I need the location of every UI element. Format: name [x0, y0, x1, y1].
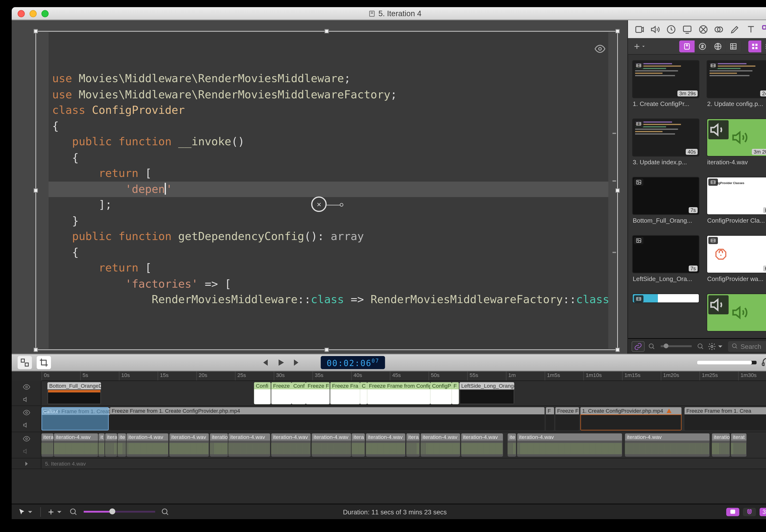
media-item[interactable]: 3m 20siteration-4.wav [707, 119, 766, 166]
ruler-mark[interactable]: 25s [235, 371, 246, 381]
media-item[interactable] [707, 294, 766, 331]
timeline-clip[interactable]: Freeze Fra [330, 382, 360, 404]
audio-clip[interactable]: iteration-4.wav [271, 433, 311, 457]
media-item[interactable] [633, 294, 699, 331]
resize-handle[interactable] [615, 29, 620, 34]
filter-current[interactable] [679, 40, 695, 52]
audio-clip[interactable]: ite [118, 433, 126, 457]
tab-screen[interactable] [679, 22, 695, 36]
timeline-clip[interactable]: Freeze F [306, 382, 330, 404]
snap-button[interactable] [743, 507, 756, 516]
visibility-icon[interactable] [22, 435, 30, 442]
visibility-icon[interactable] [22, 409, 30, 416]
ruler-mark[interactable]: 30s [274, 371, 285, 381]
ruler-mark[interactable]: 1m30s [738, 371, 757, 381]
media-library[interactable]: 3m 29s1. Create ConfigPr...24s2. Update … [628, 55, 766, 338]
audio-clip[interactable]: iterat [41, 433, 53, 457]
audio-clip[interactable]: iteratio [210, 433, 228, 457]
audio-clip[interactable]: iteration-4.wav [421, 433, 460, 457]
ruler[interactable]: 0s5s10s15s20s25s30s35s40s45s50s55s1m1m5s… [41, 371, 766, 381]
close-window-button[interactable] [18, 10, 25, 17]
settings-menu[interactable] [708, 342, 725, 350]
audio-clip[interactable]: itera [352, 433, 365, 457]
timeline-clip[interactable]: Freeze Frame from 1. Create ConfigProvid… [110, 407, 545, 431]
track-header[interactable] [12, 381, 41, 406]
filter-dollar[interactable] [695, 40, 710, 52]
timeline[interactable]: 0s5s10s15s20s25s30s35s40s45s50s55s1m1m5s… [12, 371, 766, 504]
audio-clip[interactable]: iterat [731, 433, 746, 457]
audio-clip[interactable]: itera [407, 433, 420, 457]
ruler-mark[interactable]: 55s [467, 371, 478, 381]
audio-clip[interactable]: iteration-4.wav [312, 433, 351, 457]
timeline-clip[interactable]: 1. Create ConfigProvider.php.mp4 [580, 407, 682, 431]
media-item[interactable]: ConfigProvider Classes8sConfigProvider C… [707, 177, 766, 224]
ruler-mark[interactable]: 45s [390, 371, 401, 381]
fps-badge[interactable]: 30 [760, 507, 766, 516]
fullscreen-window-button[interactable] [41, 10, 49, 17]
link-button[interactable] [632, 341, 645, 351]
timeline-clip[interactable]: Freeze [271, 382, 292, 404]
media-item[interactable]: 7sBottom_Full_Orang... [633, 177, 699, 224]
mute-icon[interactable] [22, 396, 30, 403]
minimize-window-button[interactable] [30, 10, 37, 17]
zoom-in-icon[interactable] [697, 343, 704, 350]
filter-table[interactable] [726, 40, 741, 52]
media-item[interactable]: 3m 29s1. Create ConfigPr... [633, 61, 699, 107]
prev-frame-button[interactable] [259, 357, 270, 368]
audio-clip[interactable]: ite [508, 433, 516, 457]
tab-audio[interactable] [647, 22, 663, 36]
timeline-clip[interactable]: Confi [254, 382, 271, 404]
tab-record[interactable] [632, 22, 648, 36]
media-search[interactable]: Search [728, 341, 766, 351]
expand-icon[interactable] [22, 460, 30, 467]
ruler-mark[interactable]: 1m20s [661, 371, 679, 381]
tab-pointer[interactable] [695, 22, 711, 36]
play-button[interactable] [276, 357, 286, 368]
pointer-tool[interactable] [18, 507, 34, 516]
media-item[interactable]: 40s3. Update index.p... [633, 119, 699, 166]
zoom-out-icon[interactable] [70, 507, 78, 516]
marker-button[interactable] [726, 507, 739, 516]
mute-icon[interactable] [22, 448, 30, 455]
audio-clip[interactable]: iteration-4.wav [625, 433, 710, 457]
crop-button[interactable] [37, 356, 51, 369]
tab-text[interactable] [743, 22, 759, 36]
canvas[interactable]: use Movies\Middleware\RenderMoviesMiddle… [12, 20, 627, 354]
ruler-mark[interactable]: 1m5s [545, 371, 560, 381]
track-header[interactable] [12, 406, 41, 432]
view-list[interactable] [761, 40, 766, 52]
tab-annotate[interactable] [727, 22, 743, 36]
audio-clip[interactable]: iteration-4.wav [228, 433, 270, 457]
resize-handle[interactable] [34, 29, 38, 34]
headphone-icon[interactable] [761, 356, 766, 369]
media-item[interactable]: 6sConfigProvider wa... [707, 236, 766, 282]
tab-history[interactable] [663, 22, 679, 36]
tracks-area[interactable]: Bottom_Full_OrangeDaConfiFreezeConfFreez… [12, 381, 766, 504]
timecode-display[interactable]: 00:02:0607 [321, 356, 385, 369]
resize-handle[interactable] [615, 188, 620, 193]
timeline-clip[interactable]: Freeze Frame from 1. Crea [685, 407, 766, 431]
audio-clip[interactable]: it [99, 433, 105, 457]
timeline-clip[interactable]: Freeze F [555, 407, 579, 431]
filter-web[interactable] [710, 40, 726, 52]
timeline-clip[interactable]: F [546, 407, 554, 431]
callout-clip[interactable]: Callout [41, 407, 109, 431]
audio-clip[interactable]: iteration-4.wav [366, 433, 405, 457]
zoom-in-icon[interactable] [161, 507, 170, 516]
visibility-icon[interactable] [22, 384, 30, 391]
ruler-mark[interactable]: 35s [312, 371, 323, 381]
mute-icon[interactable] [22, 422, 30, 429]
resize-handle[interactable] [34, 188, 38, 193]
audio-clip[interactable]: iteration-4.wav [170, 433, 209, 457]
ruler-mark[interactable]: 40s [351, 371, 362, 381]
ruler-mark[interactable]: 0s [41, 371, 50, 381]
timeline-zoom-slider[interactable] [84, 511, 155, 513]
ruler-mark[interactable]: 10s [119, 371, 130, 381]
ruler-mark[interactable]: 20s [196, 371, 207, 381]
ruler-mark[interactable]: 1m [506, 371, 516, 381]
add-media-button[interactable] [632, 40, 647, 52]
audio-clip[interactable]: iteration-4.wav [517, 433, 622, 457]
resize-handle[interactable] [34, 348, 38, 352]
timeline-clip[interactable]: Conf [292, 382, 306, 404]
tab-overlap[interactable] [711, 22, 727, 36]
